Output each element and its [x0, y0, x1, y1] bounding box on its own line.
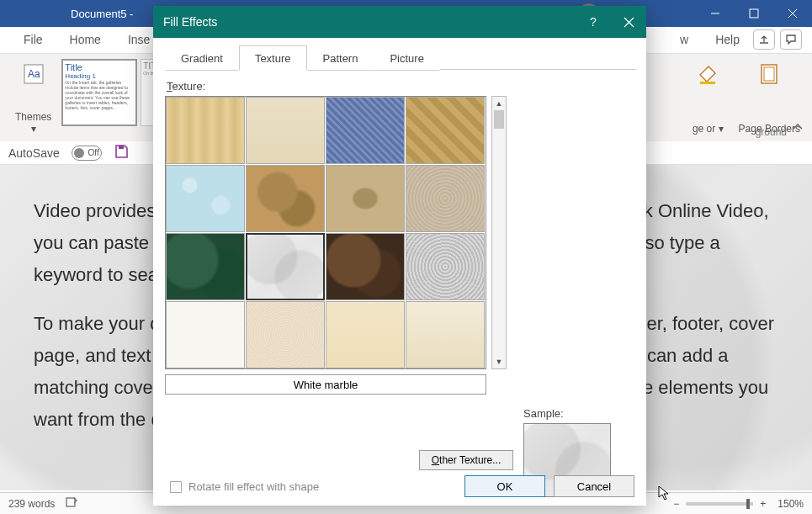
chevron-down-icon[interactable]: ▼	[492, 355, 506, 368]
themes-gallery[interactable]: Title Heading 1 On the Insert tab, the g…	[61, 59, 164, 126]
ribbon-collapse-chevron-icon[interactable]	[792, 121, 804, 136]
fill-effects-dialog: Fill Effects ? Gradient Texture Pattern …	[153, 6, 646, 506]
svg-text:Aa: Aa	[28, 68, 40, 80]
texture-item[interactable]	[326, 97, 405, 164]
tab-gradient[interactable]: Gradient	[165, 45, 239, 71]
zoom-in-button[interactable]: +	[760, 498, 766, 510]
texture-item[interactable]	[326, 233, 405, 300]
svg-rect-9	[119, 146, 124, 149]
word-count[interactable]: 239 words	[8, 498, 55, 510]
rotate-checkbox[interactable]	[170, 481, 182, 493]
chevron-up-icon[interactable]: ▲	[492, 97, 506, 110]
cancel-button[interactable]: Cancel	[554, 475, 634, 497]
scrollbar-thumb[interactable]	[494, 110, 504, 129]
svg-rect-6	[700, 82, 715, 84]
tab-help[interactable]: Help	[702, 28, 753, 53]
texture-item[interactable]	[246, 301, 325, 368]
rotate-label: Rotate fill effect with shape	[188, 480, 319, 493]
dialog-help-button[interactable]: ?	[576, 6, 611, 38]
spellcheck-icon[interactable]	[65, 495, 78, 511]
texture-scrollbar[interactable]: ▲ ▼	[491, 96, 507, 369]
svg-rect-10	[66, 498, 75, 506]
svg-rect-1	[750, 9, 758, 18]
close-button[interactable]	[773, 0, 812, 27]
maximize-button[interactable]	[735, 0, 773, 27]
minimize-button[interactable]	[696, 0, 735, 27]
zoom-level[interactable]: 150%	[778, 498, 804, 510]
tab-view[interactable]: w	[666, 28, 702, 53]
texture-item-selected[interactable]	[246, 233, 325, 300]
themes-button[interactable]: Aa Themes▾	[10, 59, 56, 138]
selected-texture-name: White marble	[165, 374, 486, 395]
dialog-close-button[interactable]	[611, 6, 646, 38]
ok-button[interactable]: OK	[464, 475, 545, 497]
zoom-slider[interactable]	[686, 502, 753, 506]
autosave-toggle[interactable]: Off	[72, 146, 102, 161]
texture-item[interactable]	[406, 301, 485, 368]
tab-pattern[interactable]: Pattern	[307, 45, 374, 71]
zoom-out-button[interactable]: −	[673, 498, 679, 510]
texture-label: Texture:	[167, 80, 634, 93]
document-title: Document5 -	[71, 8, 133, 20]
share-button[interactable]	[753, 29, 775, 50]
tab-file[interactable]: File	[10, 28, 56, 53]
comments-button[interactable]	[780, 29, 802, 50]
texture-item[interactable]	[246, 165, 325, 232]
texture-item[interactable]	[326, 165, 405, 232]
other-texture-button[interactable]: Other Texture...	[419, 450, 513, 470]
texture-item[interactable]	[406, 97, 485, 164]
dialog-tabs: Gradient Texture Pattern Picture	[153, 38, 646, 70]
tab-home[interactable]: Home	[56, 28, 114, 53]
texture-item[interactable]	[406, 165, 485, 232]
paint-bucket-icon	[693, 59, 723, 89]
texture-item[interactable]	[326, 301, 405, 368]
ribbon-group-label: ground	[756, 126, 787, 138]
dialog-titlebar: Fill Effects ?	[153, 6, 646, 38]
texture-item[interactable]	[406, 233, 485, 300]
autosave-label: AutoSave	[8, 146, 60, 160]
page-borders-icon	[754, 59, 784, 89]
texture-grid	[165, 96, 486, 369]
cursor-icon	[658, 485, 673, 501]
texture-item[interactable]	[166, 165, 245, 232]
sample-label: Sample:	[523, 407, 564, 420]
page-color-button[interactable]: ge or ▾	[687, 59, 729, 138]
dialog-title: Fill Effects	[163, 15, 217, 29]
save-icon[interactable]	[114, 144, 129, 162]
tab-texture[interactable]: Texture	[239, 45, 307, 71]
texture-item[interactable]	[246, 97, 325, 164]
texture-item[interactable]	[166, 233, 245, 300]
texture-item[interactable]	[166, 301, 245, 368]
rotate-fill-option: Rotate fill effect with shape	[170, 480, 319, 493]
tab-picture[interactable]: Picture	[374, 45, 439, 71]
texture-item[interactable]	[166, 97, 245, 164]
theme-item-1[interactable]: Title Heading 1 On the Insert tab, the g…	[61, 59, 137, 126]
